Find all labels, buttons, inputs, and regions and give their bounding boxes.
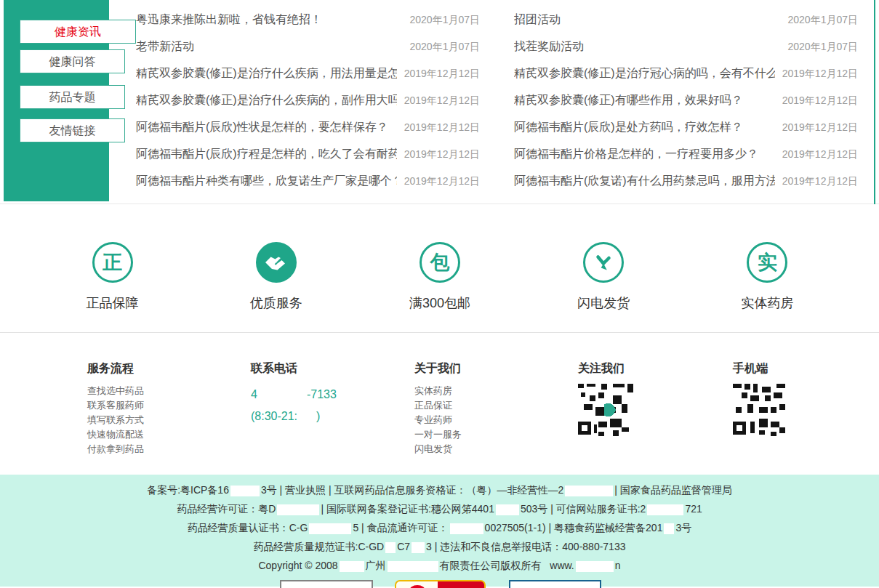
pharmacy-seal-icon: 实 [747, 242, 787, 283]
license-lines: 备案号:粤ICP备163号 | 营业执照 | 互联网药品信息服务资格证：（粤）—… [0, 480, 879, 575]
text-segment: 721 [685, 503, 702, 515]
redaction-gap [647, 504, 683, 515]
footer-link[interactable]: 联系客服药师 [87, 398, 144, 413]
news-date: 2020年1月07日 [787, 41, 858, 54]
redaction-gap [664, 523, 674, 534]
redaction-gap [565, 486, 613, 496]
license-line: Copyright © 2008广州有限责任公司版权所有 www.n [0, 556, 879, 575]
news-title-link[interactable]: 粤迅康来推陈出新啦，省钱有绝招！ [136, 12, 402, 28]
footer-link[interactable]: 正品保证 [414, 398, 462, 413]
news-title-link[interactable]: 阿德福韦酯片种类有哪些，欣复诺生产厂家是哪个？ [136, 174, 397, 189]
news-date: 2020年1月07日 [787, 14, 858, 27]
news-title-link[interactable]: 阿德福韦酯片价格是怎样的，一疗程要用多少？ [514, 147, 775, 162]
news-title-link[interactable]: 精芪双参胶囊(修正)是治疗什么疾病，用法用量是怎样 [136, 66, 397, 81]
sidebar-tab-2[interactable]: 健康问答 [20, 49, 125, 73]
news-row: 精芪双参胶囊(修正)有哪些作用，效果好吗？2019年12月12日 [514, 87, 858, 114]
redaction-gap [230, 486, 260, 496]
text-segment: 药品经营许可证：粤D [177, 503, 276, 515]
text-segment: 4 [251, 388, 257, 400]
text-segment: Copyright © 2008 [258, 560, 337, 571]
news-title-link[interactable]: 精芪双参胶囊(修正)是治疗什么疾病的，副作用大吗？ [136, 93, 397, 108]
footer-link[interactable]: 闪电发货 [414, 442, 462, 456]
clock-icon [583, 242, 624, 283]
news-date: 2019年12月12日 [404, 148, 480, 161]
news-date: 2019年12月12日 [404, 68, 480, 81]
cert-badge-security[interactable] [395, 580, 486, 588]
cert-badge-trust[interactable] [509, 580, 601, 588]
news-date: 2019年12月12日 [782, 68, 858, 81]
text-segment: C7 [397, 541, 410, 552]
news-date: 2020年1月07日 [409, 14, 480, 27]
sidebar-tab-1[interactable]: 健康资讯 [20, 20, 136, 44]
news-title-link[interactable]: 阿德福韦酯片(辰欣)是处方药吗，疗效怎样？ [514, 120, 775, 135]
news-date: 2019年12月12日 [782, 148, 858, 161]
footer-link[interactable]: 专业药师 [414, 413, 462, 427]
news-title-link[interactable]: 精芪双参胶囊(修正)有哪些作用，效果好吗？ [514, 93, 775, 108]
feature-shipping: 包 满300包邮 [358, 242, 521, 312]
news-date: 2019年12月12日 [782, 175, 858, 188]
news-title-link[interactable]: 阿德福韦酯片(辰欣)疗程是怎样的，吃久了会有耐药性 [136, 147, 397, 162]
text-segment: -7133 [307, 388, 337, 400]
footer-column-contact: 联系电话 4-7133(8:30-21:) [251, 361, 337, 427]
news-title-link[interactable]: 招团活动 [514, 12, 780, 28]
cert-badge-business[interactable] [280, 580, 373, 588]
text-segment: n [615, 560, 621, 571]
footer-link[interactable]: 填写联系方式 [87, 413, 144, 427]
redaction-gap [277, 504, 319, 515]
news-row: 精芪双参胶囊(修正)是治疗什么疾病，用法用量是怎样2019年12月12日 [136, 60, 480, 87]
redaction-gap [259, 390, 305, 400]
icon-char: 包 [430, 253, 450, 273]
handshake-icon [256, 242, 297, 283]
sidebar-tab-4[interactable]: 友情链接 [20, 118, 125, 142]
news-title-link[interactable]: 阿德福韦酯片(辰欣)性状是怎样的，要怎样保存？ [136, 120, 397, 135]
text-segment: | 国家食品药品监督管理局 [614, 484, 732, 496]
news-row: 阿德福韦酯片价格是怎样的，一疗程要用多少？2019年12月12日 [514, 141, 858, 168]
feature-label: 实体药房 [686, 294, 849, 312]
footer-link[interactable]: 快速物流配送 [87, 427, 144, 442]
footer-link[interactable]: 付款拿到药品 [87, 442, 144, 456]
package-icon: 包 [420, 242, 460, 283]
license-line: 备案号:粤ICP备163号 | 营业执照 | 互联网药品信息服务资格证：（粤）—… [0, 480, 879, 499]
news-row: 阿德福韦酯片(欣复诺)有什么用药禁忌吗，服用方法是2019年12月12日 [514, 168, 858, 195]
icon-char: 正 [103, 253, 122, 273]
page: 健康资讯健康问答药品专题友情链接 粤迅康来推陈出新啦，省钱有绝招！2020年1月… [0, 0, 879, 588]
redaction-gap [309, 523, 351, 534]
text-segment: 有限责任公司版权所有 www. [440, 560, 574, 571]
news-title-link[interactable]: 找茬奖励活动 [514, 39, 780, 55]
text-segment: ) [316, 410, 320, 422]
sidebar-tab-3[interactable]: 药品专题 [20, 85, 125, 109]
footer-section: 服务流程 查找选中药品联系客服药师填写联系方式快速物流配送付款拿到药品 联系电话… [0, 333, 879, 475]
footer-column-about: 关于我们 实体药房正品保证专业药师一对一服务闪电发货 [414, 361, 462, 456]
redaction-gap [388, 561, 438, 572]
license-section: 备案号:粤ICP备163号 | 营业执照 | 互联网药品信息服务资格证：（粤）—… [0, 475, 879, 587]
footer-column-mobile: 手机端 [733, 361, 788, 439]
text-segment: 药品经营质量规范证书:C-GD [254, 541, 385, 552]
text-segment: 503号 | 可信网站服务证书:2 [521, 503, 646, 515]
footer-heading-service: 服务流程 [87, 361, 144, 376]
text-segment: 广州 [366, 560, 386, 571]
news-row: 阿德福韦酯片(辰欣)疗程是怎样的，吃久了会有耐药性2019年12月12日 [136, 141, 480, 168]
footer-link[interactable]: 实体药房 [414, 384, 462, 398]
genuine-seal-icon: 正 [92, 242, 133, 283]
news-column-right: 招团活动2020年1月07日找茬奖励活动2020年1月07日精芪双参胶囊(修正)… [514, 7, 858, 195]
news-row: 老带新活动2020年1月07日 [136, 33, 480, 60]
news-title-link[interactable]: 老带新活动 [136, 39, 402, 55]
news-title-link[interactable]: 精芪双参胶囊(修正)是治疗冠心病的吗，会有不什么不 [514, 66, 775, 81]
footer-link[interactable]: 一对一服务 [414, 427, 462, 442]
footer-link[interactable]: 查找选中药品 [87, 384, 144, 398]
text-segment: 3号 | 营业执照 | 互联网药品信息服务资格证：（粤）—非经营性—2 [261, 484, 563, 496]
news-column-left: 粤迅康来推陈出新啦，省钱有绝招！2020年1月07日老带新活动2020年1月07… [136, 7, 480, 195]
qr-code-mobile [733, 384, 788, 439]
text-segment: 3 | 违法和不良信息举报电话：400-880-7133 [426, 541, 625, 552]
news-date: 2019年12月12日 [404, 175, 480, 188]
news-title-link[interactable]: 阿德福韦酯片(欣复诺)有什么用药禁忌吗，服用方法是 [514, 174, 775, 189]
phone-lines: 4-7133(8:30-21:) [251, 384, 337, 427]
text-segment: 0027505(1-1) | 粤穗食药监械经营备201 [485, 522, 663, 533]
text-segment: 药品经营质量认证书：C-G [188, 522, 308, 533]
license-line: 药品经营许可证：粤D| 国际联网备案登记证书:穗公网笫4401503号 | 可信… [0, 499, 879, 518]
phone-number: 4-7133 [251, 384, 337, 406]
feature-pharmacy: 实 实体药房 [686, 242, 849, 312]
footer-heading-follow: 关注我们 [578, 361, 633, 376]
news-date: 2019年12月12日 [404, 94, 480, 108]
redaction-gap [412, 542, 425, 553]
